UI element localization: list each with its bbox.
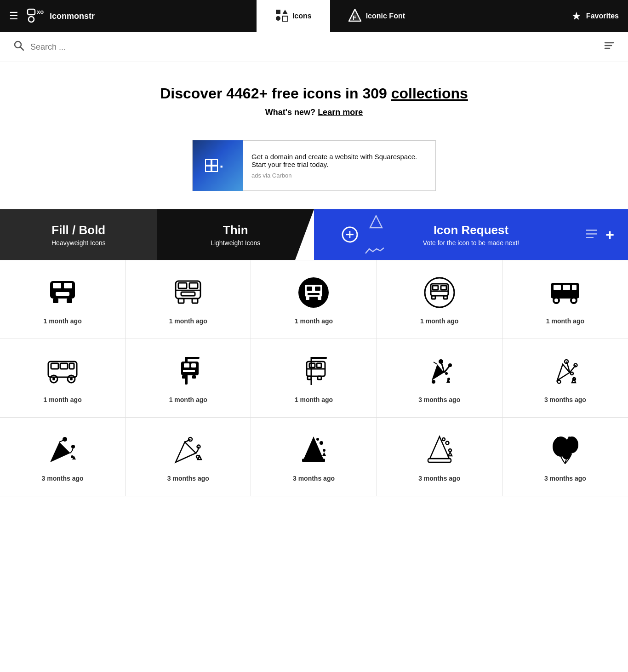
icon-time-11: 3 months ago: [42, 475, 84, 482]
icon-cell-party-hat-fill[interactable]: 3 months ago: [251, 418, 377, 496]
ad-image: ■: [193, 140, 243, 191]
svg-point-89: [445, 372, 448, 375]
svg-text:xo: xo: [37, 8, 44, 15]
icon-cell-party-outline[interactable]: 3 months ago: [126, 418, 251, 496]
svg-rect-47: [318, 297, 321, 300]
search-bar: [0, 32, 628, 62]
icon-time-3: 1 month ago: [295, 317, 333, 325]
icon-time-1: 1 month ago: [43, 317, 81, 325]
bus-side-fill-icon: [547, 274, 583, 311]
svg-rect-46: [306, 297, 309, 300]
category-fill-title: Fill / Bold: [51, 223, 105, 237]
svg-rect-65: [60, 363, 68, 369]
svg-point-61: [554, 299, 558, 302]
svg-rect-80: [311, 357, 327, 359]
icons-tab-icon: [275, 9, 288, 24]
icon-cell-party-fill[interactable]: 3 months ago: [0, 418, 126, 496]
icon-time-7: 1 month ago: [169, 396, 207, 403]
svg-point-125: [557, 437, 559, 440]
bus-circle-outline-icon: [421, 274, 458, 311]
icon-cell-balloon-fill[interactable]: 3 months ago: [502, 418, 628, 496]
svg-point-99: [558, 380, 561, 384]
party-outline-icon: [170, 431, 206, 468]
icon-cell-bus-circle-outline[interactable]: 1 month ago: [377, 260, 502, 339]
svg-rect-77: [182, 375, 186, 379]
svg-marker-115: [322, 452, 326, 456]
svg-rect-29: [53, 299, 58, 303]
svg-rect-31: [53, 283, 61, 288]
bus-front-fill-icon: [44, 274, 81, 311]
svg-rect-43: [307, 287, 312, 291]
svg-point-97: [571, 372, 573, 375]
favorites-link[interactable]: ★ Favorites: [571, 10, 619, 23]
brand-logo-link[interactable]: xo iconmonstr: [27, 6, 95, 27]
svg-point-62: [572, 299, 576, 302]
icon-cell-bus-circle-fill[interactable]: 1 month ago: [251, 260, 377, 339]
svg-rect-78: [192, 375, 196, 379]
svg-rect-117: [428, 459, 451, 462]
icon-time-8: 1 month ago: [295, 396, 333, 403]
search-input[interactable]: [30, 42, 604, 52]
collections-link[interactable]: collections: [391, 85, 468, 102]
icon-cell-bus-stop-fill[interactable]: 1 month ago: [126, 339, 251, 418]
icon-cell-bus-front-outline[interactable]: 1 month ago: [126, 260, 251, 339]
svg-marker-6: [282, 16, 288, 22]
svg-rect-82: [309, 363, 315, 368]
tab-icons[interactable]: Icons: [257, 0, 330, 32]
svg-point-48: [425, 278, 454, 307]
celebration-fill-icon: [421, 353, 458, 390]
svg-rect-75: [191, 363, 196, 368]
svg-rect-83: [317, 363, 321, 368]
icon-cell-party-hat-outline[interactable]: 3 months ago: [377, 418, 502, 496]
svg-rect-38: [189, 283, 198, 288]
icon-cell-bus-stop-sign[interactable]: 1 month ago: [251, 339, 377, 418]
brand-name: iconmonstr: [50, 11, 95, 21]
icon-cell-bus-side-outline[interactable]: 1 month ago: [0, 339, 126, 418]
icon-cell-bus-front-fill[interactable]: 1 month ago: [0, 260, 126, 339]
tab-iconic-font[interactable]: F Iconic Font: [330, 0, 423, 32]
svg-rect-30: [67, 299, 72, 303]
hero-title: Discover 4462+ free icons in 309 collect…: [9, 85, 619, 102]
svg-point-70: [70, 378, 73, 380]
svg-rect-19: [212, 166, 217, 172]
ad-main-text: Get a domain and create a website with S…: [251, 153, 427, 168]
svg-rect-51: [441, 286, 446, 290]
svg-point-127: [568, 437, 570, 438]
category-thin[interactable]: Thin Lightweight Icons: [157, 209, 314, 260]
icon-cell-celebration-outline[interactable]: 3 months ago: [502, 339, 628, 418]
bus-front-outline-icon: [170, 274, 206, 311]
request-plus-icon: +: [605, 226, 614, 243]
svg-rect-18: [206, 166, 211, 172]
icon-time-10: 3 months ago: [544, 396, 586, 403]
menu-icon[interactable]: ☰: [9, 10, 18, 22]
party-hat-outline-icon: [421, 431, 458, 468]
filter-icon[interactable]: [604, 40, 614, 53]
svg-marker-116: [430, 437, 449, 459]
icon-grid: 1 month ago 1 month ago: [0, 260, 628, 496]
tab-icons-label: Icons: [292, 12, 312, 20]
svg-point-113: [323, 449, 325, 452]
category-fill-bold[interactable]: Fill / Bold Heavyweight Icons: [0, 209, 157, 260]
category-thin-subtitle: Lightweight Icons: [211, 239, 260, 247]
party-fill-icon: [44, 431, 81, 468]
learn-more-link[interactable]: Learn more: [318, 108, 363, 117]
svg-point-112: [320, 441, 323, 445]
svg-rect-73: [181, 362, 199, 375]
icon-time-14: 3 months ago: [418, 475, 460, 482]
bus-stop-sign-icon: [295, 353, 332, 390]
icon-time-6: 1 month ago: [43, 396, 81, 403]
svg-rect-64: [51, 363, 58, 369]
svg-rect-16: [206, 160, 211, 165]
icon-cell-bus-side-fill[interactable]: 1 month ago: [502, 260, 628, 339]
ad-via-text: ads via Carbon: [251, 172, 427, 179]
party-hat-fill-icon: [295, 431, 332, 468]
ad-box[interactable]: ■ Get a domain and create a website with…: [192, 140, 436, 191]
svg-rect-56: [554, 285, 561, 290]
tab-iconic-font-label: Iconic Font: [366, 12, 405, 20]
category-icon-request[interactable]: Icon Request Vote for the icon to be mad…: [314, 209, 628, 260]
svg-rect-58: [572, 285, 577, 290]
svg-marker-4: [282, 10, 288, 14]
svg-rect-35: [178, 299, 184, 303]
bus-stop-fill-icon: [170, 353, 206, 390]
icon-cell-celebration-fill[interactable]: 3 months ago: [377, 339, 502, 418]
